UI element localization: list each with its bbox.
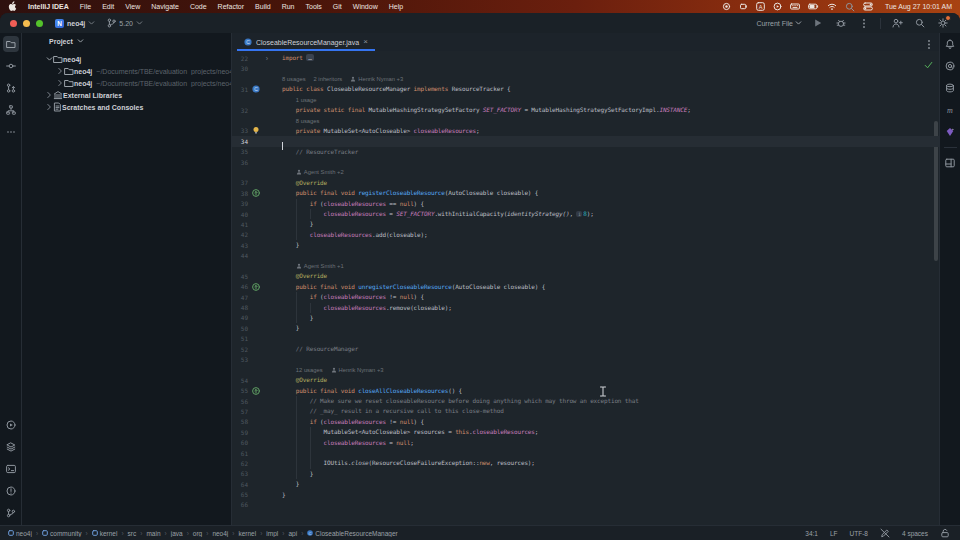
code-line[interactable]: 39 if (closeableResources == null) { — [232, 198, 939, 208]
code-vision-hint[interactable]: 1 usage — [282, 97, 316, 103]
breadcrumb-item[interactable]: neo4j — [8, 530, 32, 537]
code-line[interactable]: 38 public final void registerCloseableRe… — [232, 188, 939, 198]
menu-window[interactable]: Window — [353, 3, 378, 10]
breadcrumb-item[interactable]: neo4j — [212, 530, 228, 537]
apple-logo-icon[interactable] — [8, 1, 17, 12]
more-actions-button[interactable] — [857, 16, 871, 30]
code-line[interactable]: 50 } — [232, 323, 939, 333]
close-tab-icon[interactable]: × — [363, 38, 368, 46]
inlay-segment[interactable]: Henrik Nyman +3 — [350, 76, 403, 82]
menubar-wifi-icon[interactable] — [827, 2, 837, 11]
menubar-control-center-icon[interactable] — [863, 2, 873, 11]
stripe-ai-assistant-button[interactable] — [942, 58, 958, 74]
project-tree-item[interactable]: External Libraries — [22, 89, 231, 101]
gutter-ovr-icon[interactable] — [250, 283, 262, 291]
breadcrumb-item[interactable]: org — [193, 530, 202, 537]
code-line[interactable]: 49 } — [232, 313, 939, 323]
chevron-down-icon[interactable] — [45, 56, 53, 62]
stripe-maven-button[interactable]: m — [942, 102, 958, 118]
code-line[interactable]: 44 — [232, 250, 939, 260]
code-line[interactable]: 59 MutableSet<AutoCloseable> resources =… — [232, 427, 939, 437]
status-encoding[interactable]: UTF-8 — [850, 530, 868, 537]
stripe-pull-requests-button[interactable] — [3, 80, 19, 96]
code-line[interactable]: 48 closeableResources.remove(closeable); — [232, 302, 939, 312]
menubar-play-circle-icon[interactable] — [773, 2, 782, 11]
project-tree-item[interactable]: neo4j~/Documents/TBE/evaluation_projects… — [22, 65, 231, 77]
code-line[interactable]: 33 private MutableSet<AutoCloseable> clo… — [232, 126, 939, 136]
editor-tab[interactable]: C CloseableResourceManager.java × — [237, 33, 375, 51]
inlay-segment[interactable]: Agent Smith +2 — [296, 169, 344, 175]
code-line[interactable]: 30 — [232, 63, 939, 73]
stripe-terminal-button[interactable] — [3, 461, 19, 477]
stripe-structure-button[interactable] — [3, 102, 19, 118]
menubar-battery-small-icon[interactable] — [739, 2, 748, 11]
code-line[interactable]: 52 // ResourceManager — [232, 344, 939, 354]
inlay-segment[interactable]: Agent Smith +1 — [296, 263, 344, 269]
chevron-right-icon[interactable] — [56, 79, 64, 87]
inlay-hint-row[interactable]: 8 usages — [232, 115, 939, 125]
code-vision-hint[interactable]: Agent Smith +1 — [282, 263, 344, 269]
project-tree-item[interactable]: neo4j — [22, 53, 231, 65]
code-line[interactable]: 41 } — [232, 219, 939, 229]
breadcrumb-item[interactable]: impl — [266, 530, 278, 537]
menu-code[interactable]: Code — [190, 3, 207, 10]
menu-build[interactable]: Build — [255, 3, 271, 10]
code-with-me-button[interactable] — [890, 16, 904, 30]
code-line[interactable]: 60 closeableResources = null; — [232, 437, 939, 447]
breadcrumb-item[interactable]: api — [288, 530, 297, 537]
inlay-segment[interactable]: 8 usages — [282, 76, 306, 82]
menubar-keyboard-icon[interactable] — [790, 2, 800, 11]
inlay-hint-row[interactable]: Agent Smith +2 — [232, 167, 939, 177]
stripe-project-button[interactable] — [3, 36, 19, 52]
stripe-assistant-gem-button[interactable] — [942, 124, 958, 140]
breadcrumb-item[interactable]: kernel — [92, 530, 118, 537]
stripe-editor-layout-button[interactable] — [942, 155, 958, 171]
project-widget[interactable]: N neo4j — [55, 19, 95, 28]
breadcrumb-item[interactable]: src — [128, 530, 137, 537]
chevron-right-icon[interactable] — [45, 103, 53, 111]
code-line[interactable]: 64 } — [232, 479, 939, 489]
code-line[interactable]: 36 — [232, 157, 939, 167]
code-vision-hint[interactable]: Agent Smith +2 — [282, 169, 344, 175]
stripe-version-control-button[interactable] — [3, 505, 19, 521]
code-line[interactable]: 58 if (closeableResources != null) { — [232, 417, 939, 427]
code-line[interactable]: 35 // ResourceTracker — [232, 147, 939, 157]
stripe-commit-button[interactable] — [3, 58, 19, 74]
menubar-clock[interactable]: Tue Aug 27 10:01 AM — [885, 3, 952, 10]
breadcrumb-item[interactable]: community — [42, 530, 81, 537]
inlay-segment[interactable]: 12 usages — [296, 367, 323, 373]
menubar-record-icon[interactable] — [722, 2, 731, 11]
menubar-search-icon[interactable] — [845, 2, 855, 12]
minimize-window-button[interactable] — [23, 20, 30, 27]
zoom-window-button[interactable] — [36, 20, 43, 27]
code-editor-surface[interactable]: 22›import …308 usages2 inheritorsHenrik … — [232, 51, 939, 525]
code-line[interactable]: 31Cpublic class CloseableResourceManager… — [232, 84, 939, 94]
gutter-bulb-icon[interactable] — [250, 126, 262, 135]
inlay-hint-row[interactable]: 1 usage — [232, 95, 939, 105]
gutter-ovr-icon[interactable] — [250, 189, 262, 197]
stripe-notifications-button[interactable] — [942, 36, 958, 52]
menu-file[interactable]: File — [80, 3, 91, 10]
code-line[interactable]: 56 // Make sure we reset closeableResour… — [232, 396, 939, 406]
menu-tools[interactable]: Tools — [306, 3, 322, 10]
code-line[interactable]: 61 — [232, 448, 939, 458]
run-button[interactable] — [811, 16, 825, 30]
fold-chevron-icon[interactable]: › — [262, 55, 272, 62]
code-vision-hint[interactable]: 12 usagesHenrik Nyman +3 — [282, 367, 384, 373]
run-configuration-selector[interactable]: Current File — [756, 20, 802, 27]
code-line[interactable]: 46 public final void unregisterCloseable… — [232, 282, 939, 292]
menubar-input-source-icon[interactable]: A — [756, 2, 765, 11]
search-everywhere-button[interactable] — [913, 16, 927, 30]
gutter-class-icon[interactable]: C — [250, 85, 262, 93]
inlay-segment[interactable]: 8 usages — [296, 118, 320, 124]
breadcrumb-item[interactable]: kernel — [238, 530, 256, 537]
close-window-button[interactable] — [10, 20, 17, 27]
chevron-right-icon[interactable] — [56, 67, 64, 75]
project-tree-item[interactable]: neo4j~/Documents/TBE/evaluation_projects… — [22, 77, 231, 89]
code-line[interactable]: 37 @Override — [232, 178, 939, 188]
stripe-run-button[interactable] — [3, 417, 19, 433]
menu-view[interactable]: View — [125, 3, 140, 10]
code-line[interactable]: 66 — [232, 500, 939, 510]
inlay-segment[interactable]: 2 inheritors — [314, 76, 343, 82]
branch-widget[interactable]: 5.20 — [107, 18, 143, 29]
